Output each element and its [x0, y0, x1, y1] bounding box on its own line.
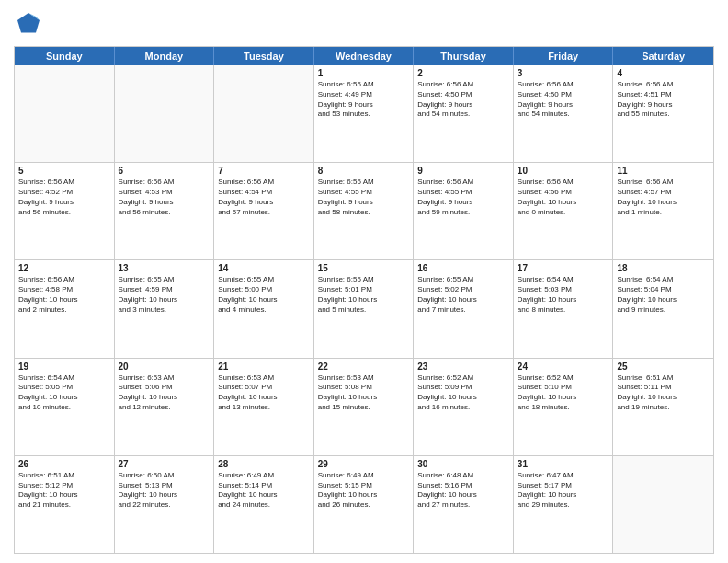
calendar-cell [115, 65, 215, 162]
calendar-cell: 28Sunrise: 6:49 AM Sunset: 5:14 PM Dayli… [214, 456, 314, 553]
weekday-header: Monday [115, 47, 215, 65]
calendar-row: 1Sunrise: 6:55 AM Sunset: 4:49 PM Daylig… [15, 65, 713, 162]
day-info: Sunrise: 6:51 AM Sunset: 5:11 PM Dayligh… [617, 373, 710, 413]
calendar-cell: 15Sunrise: 6:55 AM Sunset: 5:01 PM Dayli… [314, 260, 415, 357]
calendar-cell: 29Sunrise: 6:49 AM Sunset: 5:15 PM Dayli… [314, 456, 415, 553]
calendar-cell [613, 456, 713, 553]
calendar-cell: 7Sunrise: 6:56 AM Sunset: 4:54 PM Daylig… [214, 163, 314, 259]
day-number: 31 [518, 459, 609, 469]
day-info: Sunrise: 6:56 AM Sunset: 4:50 PM Dayligh… [518, 80, 609, 120]
day-number: 11 [617, 166, 710, 176]
day-info: Sunrise: 6:56 AM Sunset: 4:56 PM Dayligh… [518, 178, 609, 217]
day-number: 30 [417, 459, 509, 469]
day-info: Sunrise: 6:54 AM Sunset: 5:04 PM Dayligh… [617, 275, 710, 315]
day-number: 17 [518, 263, 609, 273]
day-number: 29 [318, 459, 410, 469]
logo [14, 9, 47, 39]
day-info: Sunrise: 6:55 AM Sunset: 5:02 PM Dayligh… [417, 275, 509, 315]
calendar-cell: 9Sunrise: 6:56 AM Sunset: 4:55 PM Daylig… [414, 163, 514, 259]
calendar-row: 26Sunrise: 6:51 AM Sunset: 5:12 PM Dayli… [15, 455, 713, 553]
calendar-cell: 13Sunrise: 6:55 AM Sunset: 4:59 PM Dayli… [115, 260, 215, 357]
calendar-cell: 3Sunrise: 6:56 AM Sunset: 4:50 PM Daylig… [514, 65, 614, 162]
calendar-cell: 24Sunrise: 6:52 AM Sunset: 5:10 PM Dayli… [514, 359, 614, 455]
calendar-cell [15, 65, 115, 162]
logo-icon [14, 9, 43, 39]
calendar: SundayMondayTuesdayWednesdayThursdayFrid… [14, 46, 714, 554]
day-number: 7 [218, 166, 310, 176]
day-number: 16 [417, 263, 509, 273]
calendar-cell: 21Sunrise: 6:53 AM Sunset: 5:07 PM Dayli… [214, 359, 314, 455]
day-number: 13 [119, 263, 210, 273]
day-info: Sunrise: 6:56 AM Sunset: 4:53 PM Dayligh… [119, 178, 210, 217]
day-number: 21 [218, 362, 310, 372]
calendar-cell: 19Sunrise: 6:54 AM Sunset: 5:05 PM Dayli… [15, 359, 115, 455]
day-info: Sunrise: 6:56 AM Sunset: 4:50 PM Dayligh… [417, 80, 509, 120]
day-number: 5 [18, 166, 110, 176]
calendar-cell [214, 65, 314, 162]
day-number: 4 [617, 68, 710, 78]
day-info: Sunrise: 6:53 AM Sunset: 5:06 PM Dayligh… [119, 373, 210, 413]
day-info: Sunrise: 6:52 AM Sunset: 5:09 PM Dayligh… [417, 373, 509, 413]
day-info: Sunrise: 6:55 AM Sunset: 4:59 PM Dayligh… [119, 275, 210, 315]
weekday-header: Thursday [414, 47, 514, 65]
day-number: 22 [318, 362, 410, 372]
calendar-cell: 27Sunrise: 6:50 AM Sunset: 5:13 PM Dayli… [115, 456, 215, 553]
page: SundayMondayTuesdayWednesdayThursdayFrid… [0, 0, 728, 563]
day-info: Sunrise: 6:47 AM Sunset: 5:17 PM Dayligh… [518, 471, 609, 511]
weekday-header: Wednesday [314, 47, 415, 65]
day-number: 2 [417, 68, 509, 78]
calendar-cell: 20Sunrise: 6:53 AM Sunset: 5:06 PM Dayli… [115, 359, 215, 455]
weekday-header: Saturday [613, 47, 713, 65]
day-info: Sunrise: 6:51 AM Sunset: 5:12 PM Dayligh… [18, 471, 110, 511]
svg-marker-0 [17, 13, 40, 33]
calendar-cell: 12Sunrise: 6:56 AM Sunset: 4:58 PM Dayli… [15, 260, 115, 357]
day-number: 14 [218, 263, 310, 273]
calendar-cell: 25Sunrise: 6:51 AM Sunset: 5:11 PM Dayli… [613, 359, 713, 455]
calendar-cell: 5Sunrise: 6:56 AM Sunset: 4:52 PM Daylig… [15, 163, 115, 259]
calendar-row: 19Sunrise: 6:54 AM Sunset: 5:05 PM Dayli… [15, 358, 713, 455]
day-info: Sunrise: 6:55 AM Sunset: 5:01 PM Dayligh… [318, 275, 410, 315]
day-number: 9 [417, 166, 509, 176]
calendar-cell: 22Sunrise: 6:53 AM Sunset: 5:08 PM Dayli… [314, 359, 415, 455]
day-number: 25 [617, 362, 710, 372]
day-info: Sunrise: 6:54 AM Sunset: 5:03 PM Dayligh… [518, 275, 609, 315]
day-number: 3 [518, 68, 609, 78]
calendar-cell: 16Sunrise: 6:55 AM Sunset: 5:02 PM Dayli… [414, 260, 514, 357]
calendar-cell: 2Sunrise: 6:56 AM Sunset: 4:50 PM Daylig… [414, 65, 514, 162]
day-info: Sunrise: 6:52 AM Sunset: 5:10 PM Dayligh… [518, 373, 609, 413]
calendar-cell: 6Sunrise: 6:56 AM Sunset: 4:53 PM Daylig… [115, 163, 215, 259]
day-number: 10 [518, 166, 609, 176]
day-number: 20 [119, 362, 210, 372]
day-number: 27 [119, 459, 210, 469]
calendar-cell: 11Sunrise: 6:56 AM Sunset: 4:57 PM Dayli… [613, 163, 713, 259]
day-number: 24 [518, 362, 609, 372]
day-info: Sunrise: 6:49 AM Sunset: 5:15 PM Dayligh… [318, 471, 410, 511]
calendar-row: 5Sunrise: 6:56 AM Sunset: 4:52 PM Daylig… [15, 162, 713, 259]
day-info: Sunrise: 6:53 AM Sunset: 5:07 PM Dayligh… [218, 373, 310, 413]
day-info: Sunrise: 6:56 AM Sunset: 4:54 PM Dayligh… [218, 178, 310, 217]
day-info: Sunrise: 6:56 AM Sunset: 4:55 PM Dayligh… [318, 178, 410, 217]
calendar-cell: 23Sunrise: 6:52 AM Sunset: 5:09 PM Dayli… [414, 359, 514, 455]
day-info: Sunrise: 6:55 AM Sunset: 4:49 PM Dayligh… [318, 80, 410, 120]
calendar-cell: 31Sunrise: 6:47 AM Sunset: 5:17 PM Dayli… [514, 456, 614, 553]
day-number: 28 [218, 459, 310, 469]
calendar-cell: 4Sunrise: 6:56 AM Sunset: 4:51 PM Daylig… [613, 65, 713, 162]
calendar-cell: 8Sunrise: 6:56 AM Sunset: 4:55 PM Daylig… [314, 163, 415, 259]
day-info: Sunrise: 6:48 AM Sunset: 5:16 PM Dayligh… [417, 471, 509, 511]
day-number: 15 [318, 263, 410, 273]
calendar-cell: 17Sunrise: 6:54 AM Sunset: 5:03 PM Dayli… [514, 260, 614, 357]
calendar-cell: 18Sunrise: 6:54 AM Sunset: 5:04 PM Dayli… [613, 260, 713, 357]
day-info: Sunrise: 6:56 AM Sunset: 4:58 PM Dayligh… [18, 275, 110, 315]
day-info: Sunrise: 6:56 AM Sunset: 4:52 PM Dayligh… [18, 178, 110, 217]
calendar-cell: 14Sunrise: 6:55 AM Sunset: 5:00 PM Dayli… [214, 260, 314, 357]
day-number: 19 [18, 362, 110, 372]
calendar-cell: 30Sunrise: 6:48 AM Sunset: 5:16 PM Dayli… [414, 456, 514, 553]
day-info: Sunrise: 6:55 AM Sunset: 5:00 PM Dayligh… [218, 275, 310, 315]
day-number: 1 [318, 68, 410, 78]
calendar-header: SundayMondayTuesdayWednesdayThursdayFrid… [15, 47, 713, 65]
day-info: Sunrise: 6:49 AM Sunset: 5:14 PM Dayligh… [218, 471, 310, 511]
day-info: Sunrise: 6:53 AM Sunset: 5:08 PM Dayligh… [318, 373, 410, 413]
day-number: 6 [119, 166, 210, 176]
day-info: Sunrise: 6:50 AM Sunset: 5:13 PM Dayligh… [119, 471, 210, 511]
calendar-body: 1Sunrise: 6:55 AM Sunset: 4:49 PM Daylig… [15, 65, 713, 553]
